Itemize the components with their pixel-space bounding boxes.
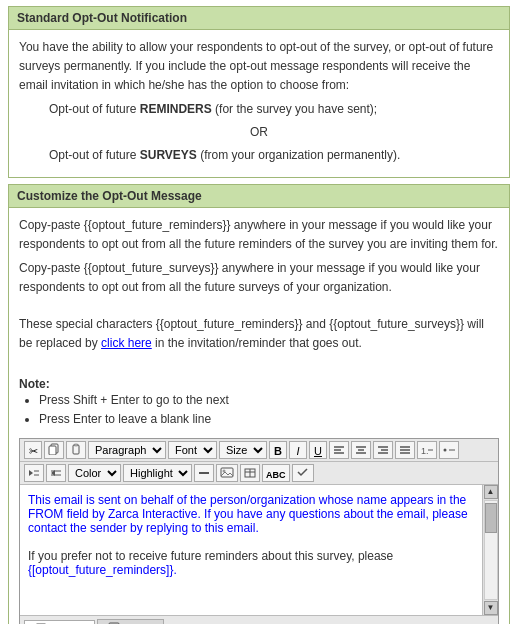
align-left-icon (333, 445, 345, 455)
align-justify-icon (399, 445, 411, 455)
editor-scrollbar: ▲ ▼ (482, 485, 498, 615)
standard-section-content: You have the ability to allow your respo… (8, 30, 510, 178)
svg-rect-2 (73, 445, 79, 454)
rich-text-editor: ✂ Paragraph Font Size B I U (19, 438, 499, 624)
opt-out-options: Opt-out of future REMINDERS (for the sur… (49, 100, 499, 166)
standard-section-header: Standard Opt-Out Notification (8, 6, 510, 30)
spellcheck-label: ABC (266, 470, 286, 480)
note-section: Note: Press Shift + Enter to go to the n… (19, 377, 499, 429)
customize-section-header: Customize the Opt-Out Message (8, 184, 510, 208)
align-justify-button[interactable] (395, 441, 415, 459)
align-right-icon (377, 445, 389, 455)
indent-less-button[interactable] (46, 464, 66, 482)
customize-para3: These special characters {{optout_future… (19, 315, 499, 353)
editor-content-line6: {[optout_future_reminders]}. (28, 563, 177, 577)
editor-text-area[interactable]: This email is sent on behalf of the pers… (20, 485, 482, 615)
cut-button[interactable]: ✂ (24, 441, 42, 459)
surveys-bold: SURVEYS (140, 148, 197, 162)
color-select[interactable]: Color (68, 464, 121, 482)
paragraph-select[interactable]: Paragraph (88, 441, 166, 459)
note-item-1: Press Shift + Enter to go to the next (39, 391, 499, 410)
underline-button[interactable]: U (309, 441, 327, 459)
hr-icon (198, 468, 210, 478)
insert-table-button[interactable] (240, 464, 260, 482)
customize-section-content: Copy-paste {{optout_future_reminders}} a… (8, 208, 510, 624)
or-line: OR (79, 123, 439, 142)
unordered-list-icon (443, 445, 455, 455)
highlight-select[interactable]: Highlight (123, 464, 192, 482)
scrollbar-thumb[interactable] (485, 503, 497, 533)
reminders-bold: REMINDERS (140, 102, 212, 116)
ordered-list-button[interactable]: 1. (417, 441, 437, 459)
scrollbar-down-button[interactable]: ▼ (484, 601, 498, 615)
note-item-2: Press Enter to leave a blank line (39, 410, 499, 429)
editor-tabs: Design H HTML (20, 615, 498, 624)
bold-button[interactable]: B (269, 441, 287, 459)
indent-more-button[interactable] (24, 464, 44, 482)
toolbar-row-2: Color Highlight ABC (20, 462, 498, 485)
horizontal-rule-button[interactable] (194, 464, 214, 482)
svg-rect-1 (49, 446, 56, 455)
note-label: Note: (19, 377, 50, 391)
italic-button[interactable]: I (289, 441, 307, 459)
align-right-button[interactable] (373, 441, 393, 459)
click-here-link[interactable]: click here (101, 336, 152, 350)
design-tab[interactable]: Design (24, 620, 95, 624)
copy-icon (48, 443, 60, 455)
svg-rect-27 (221, 468, 233, 477)
size-select[interactable]: Size (219, 441, 267, 459)
scrollbar-up-button[interactable]: ▲ (484, 485, 498, 499)
indent-less-icon (50, 468, 62, 478)
unordered-list-button[interactable] (439, 441, 459, 459)
ordered-list-icon: 1. (421, 445, 433, 455)
align-center-button[interactable] (351, 441, 371, 459)
standard-para: You have the ability to allow your respo… (19, 38, 499, 96)
svg-text:1.: 1. (421, 446, 429, 455)
editor-body: This email is sent on behalf of the pers… (20, 485, 498, 615)
align-left-button[interactable] (329, 441, 349, 459)
copy-button[interactable] (44, 441, 64, 459)
align-center-icon (355, 445, 367, 455)
opt-out-surveys-line: Opt-out of future SURVEYS (from your org… (49, 146, 499, 165)
opt-out-reminders-line: Opt-out of future REMINDERS (for the sur… (49, 100, 499, 119)
paste-icon (70, 443, 82, 455)
svg-point-18 (444, 448, 447, 451)
customize-para2: Copy-paste {{optout_future_surveys}} any… (19, 259, 499, 297)
toolbar-row-1: ✂ Paragraph Font Size B I U (20, 439, 498, 462)
checkmark-icon (296, 466, 310, 478)
customize-para1: Copy-paste {{optout_future_reminders}} a… (19, 216, 499, 254)
paste-button[interactable] (66, 441, 86, 459)
image-icon (220, 466, 234, 478)
table-icon (244, 468, 256, 478)
editor-content-line5: If you prefer not to receive future remi… (28, 549, 393, 563)
svg-marker-20 (29, 470, 33, 476)
note-list: Press Shift + Enter to go to the next Pr… (39, 391, 499, 429)
editor-content-text: This email is sent on behalf of the pers… (28, 493, 468, 535)
svg-rect-3 (74, 444, 78, 446)
source-button[interactable] (292, 464, 314, 482)
font-select[interactable]: Font (168, 441, 217, 459)
html-tab[interactable]: H HTML (97, 619, 164, 624)
scrollbar-track (484, 500, 498, 600)
indent-more-icon (28, 468, 40, 478)
spellcheck-button[interactable]: ABC (262, 464, 290, 482)
insert-image-button[interactable] (216, 464, 238, 482)
